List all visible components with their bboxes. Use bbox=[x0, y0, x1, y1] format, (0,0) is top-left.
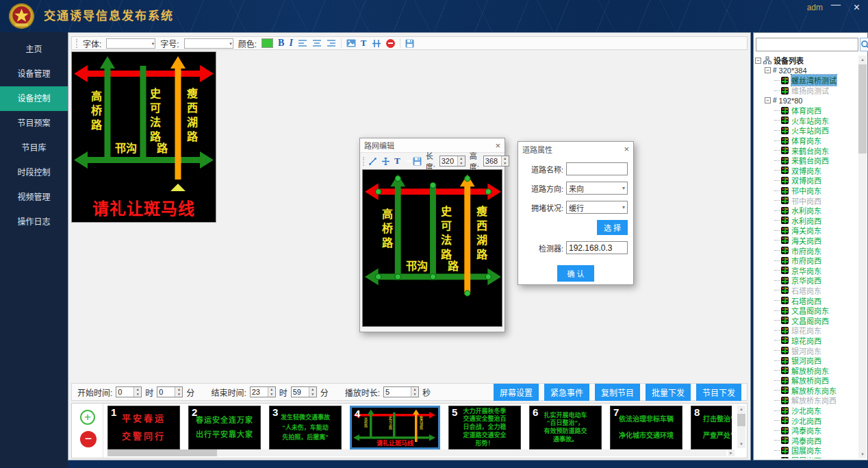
device-item[interactable]: 火车站岗东 bbox=[755, 116, 858, 126]
device-item[interactable]: 沙北岗西 bbox=[755, 415, 858, 426]
device-item[interactable]: 市府岗东 bbox=[755, 245, 858, 256]
device-item[interactable]: 银河岗东 bbox=[755, 345, 858, 356]
device-item[interactable]: 解放桥岗西 bbox=[755, 375, 858, 386]
device-item[interactable]: 螺丝湾桥测试 bbox=[755, 75, 858, 86]
delete-icon[interactable] bbox=[386, 39, 395, 48]
congestion-select[interactable]: 缓行▾ bbox=[566, 201, 628, 214]
font-size-select[interactable]: ▾ bbox=[184, 38, 233, 49]
insert-image-icon[interactable] bbox=[346, 39, 356, 47]
toolbar-drag-handle[interactable] bbox=[363, 157, 364, 166]
device-search-input[interactable] bbox=[756, 38, 858, 51]
device-item[interactable]: 鸿泰岗东 bbox=[755, 426, 858, 436]
toolbar-drag-handle[interactable] bbox=[76, 39, 78, 48]
device-item[interactable]: 解放桥岗东 bbox=[755, 365, 858, 375]
color-swatch[interactable] bbox=[261, 38, 273, 48]
playlist-vertical-scrollbar[interactable]: ▲ ▼ bbox=[737, 406, 745, 448]
device-item[interactable]: 体育岗西 bbox=[755, 106, 858, 116]
close-icon[interactable]: × bbox=[854, 1, 860, 14]
font-select[interactable]: ▾ bbox=[106, 38, 155, 49]
copy-program-button[interactable]: 复制节目 bbox=[595, 384, 640, 401]
device-item[interactable]: 解放桥东岗西 bbox=[755, 395, 858, 406]
align-right-icon[interactable] bbox=[327, 39, 336, 47]
end-minute-spinner[interactable]: 59▲▼ bbox=[291, 386, 317, 397]
device-item[interactable]: 京华岗东 bbox=[755, 265, 858, 275]
device-item[interactable]: 解放桥东岗东 bbox=[755, 386, 858, 396]
sidebar-item[interactable]: 节目库 bbox=[0, 136, 68, 160]
start-minute-spinner[interactable]: 0▲▼ bbox=[157, 386, 183, 397]
crossing-tool-icon[interactable] bbox=[381, 157, 390, 166]
tree-collapse-icon[interactable]: − bbox=[765, 67, 771, 73]
device-item[interactable]: 琼花岗西 bbox=[755, 336, 858, 346]
program-thumbnail[interactable]: 7依法治理非标车辆净化城市交通环境 bbox=[610, 406, 682, 449]
device-item[interactable]: 市府岗西 bbox=[755, 256, 858, 266]
device-tree-root[interactable]: −设备列表 bbox=[755, 56, 858, 66]
device-item[interactable]: 文昌阁岗东 bbox=[755, 306, 858, 316]
search-button[interactable] bbox=[860, 38, 868, 51]
device-item[interactable]: 鸿泰岗西 bbox=[755, 436, 858, 446]
duration-spinner[interactable]: 5▲▼ bbox=[383, 386, 419, 397]
device-item[interactable]: 水利岗东 bbox=[755, 206, 858, 216]
program-thumbnail[interactable]: 1平安春运交警同行 bbox=[107, 406, 180, 449]
remove-program-button[interactable]: − bbox=[80, 431, 97, 447]
tree-collapse-icon[interactable]: − bbox=[765, 97, 771, 103]
device-item[interactable]: 邗中岗东 bbox=[755, 186, 858, 196]
draw-road-icon[interactable] bbox=[368, 157, 377, 166]
roadnet-editor-canvas[interactable]: 高桥路 史可法路 瘦西湖路 邗沟 路 bbox=[362, 169, 502, 327]
program-thumbnail[interactable]: 5大力开展秋冬季交通安全整治百日会战，全力稳定道路交通安全形势！ bbox=[448, 406, 521, 449]
device-item[interactable]: 双博岗东 bbox=[755, 166, 858, 176]
length-spinner[interactable]: 320▲▼ bbox=[439, 156, 465, 167]
add-program-button[interactable]: + bbox=[80, 410, 95, 425]
device-item[interactable]: 火车站岗西 bbox=[755, 125, 858, 136]
device-item[interactable]: 海关岗东 bbox=[755, 225, 858, 236]
tree-collapse-icon[interactable]: − bbox=[755, 58, 761, 64]
sidebar-item[interactable]: 节目预案 bbox=[0, 111, 68, 136]
dialog-title-bar[interactable]: 道路属性 × bbox=[518, 142, 633, 156]
road-network-icon[interactable] bbox=[372, 39, 381, 48]
program-thumbnail[interactable]: 4 高桥路 史可法路 瘦西湖路 请礼让斑马线 bbox=[350, 406, 440, 449]
device-group[interactable]: −#192*80 bbox=[755, 95, 858, 106]
device-item[interactable]: 京华岗西 bbox=[755, 275, 858, 286]
device-item[interactable]: 沙北岗东 bbox=[755, 406, 858, 416]
minimize-icon[interactable]: — bbox=[831, 0, 841, 10]
screen-settings-button[interactable]: 屏幕设置 bbox=[494, 384, 539, 401]
program-thumbnail[interactable]: 3发生轻微交通事故“人未伤，车能动先拍照，后撤离” bbox=[269, 406, 342, 449]
bold-button[interactable]: B bbox=[278, 38, 284, 49]
road-name-input[interactable] bbox=[566, 162, 628, 175]
device-item[interactable]: 双博岗西 bbox=[755, 175, 858, 186]
device-item[interactable]: 国展岗东 bbox=[755, 445, 858, 456]
device-item[interactable]: 来鹤台岗东 bbox=[755, 145, 858, 156]
device-item[interactable]: 水利岗西 bbox=[755, 216, 858, 226]
start-hour-spinner[interactable]: 0▲▼ bbox=[116, 386, 142, 397]
device-item[interactable]: 琼花岗东 bbox=[755, 325, 858, 336]
program-thumbnail[interactable]: 2春运安全连万家出行平安靠大家 bbox=[188, 406, 261, 449]
sidebar-item[interactable]: 操作日志 bbox=[0, 210, 68, 234]
program-thumbnail[interactable]: 8打击整治“炸街”严查严处“机车” bbox=[691, 406, 732, 449]
device-item[interactable]: 石塔岗西 bbox=[755, 295, 858, 306]
device-item[interactable]: 银河岗西 bbox=[755, 356, 858, 366]
select-detector-button[interactable]: 选 择 bbox=[597, 220, 628, 235]
detector-input[interactable] bbox=[566, 241, 628, 254]
road-direction-select[interactable]: 来向▾ bbox=[566, 182, 628, 195]
tree-vertical-scrollbar[interactable]: ▲ ▼ bbox=[858, 56, 867, 458]
save-icon[interactable] bbox=[413, 157, 422, 166]
program-send-button[interactable]: 节目下发 bbox=[696, 384, 741, 401]
batch-send-button[interactable]: 批量下发 bbox=[646, 384, 691, 401]
end-hour-spinner[interactable]: 23▲▼ bbox=[250, 386, 276, 397]
save-icon[interactable] bbox=[405, 39, 414, 48]
device-item[interactable]: 体育岗东 bbox=[755, 136, 858, 146]
device-item[interactable]: 文昌阁岗西 bbox=[755, 315, 858, 325]
insert-text-icon[interactable]: T bbox=[361, 38, 367, 49]
sidebar-item[interactable]: 时段控制 bbox=[0, 160, 68, 185]
device-item[interactable]: 维扬岗测试 bbox=[755, 86, 858, 96]
sidebar-item[interactable]: 视频管理 bbox=[0, 185, 68, 210]
program-thumbnail[interactable]: 6扎实开展电动车“百日整治”，有效预防道路交通事故。 bbox=[529, 406, 602, 449]
close-icon[interactable]: × bbox=[495, 141, 500, 150]
device-item[interactable]: 石塔岗东 bbox=[755, 286, 858, 296]
align-center-icon[interactable] bbox=[312, 39, 322, 47]
device-item[interactable]: 国展岗西 bbox=[755, 456, 858, 458]
close-icon[interactable]: × bbox=[624, 145, 629, 153]
device-item[interactable]: 邗中岗西 bbox=[755, 195, 858, 206]
device-group[interactable]: −#320*384 bbox=[755, 66, 858, 76]
emergency-event-button[interactable]: 紧急事件 bbox=[544, 384, 589, 401]
device-item[interactable]: 海关岗西 bbox=[755, 236, 858, 246]
